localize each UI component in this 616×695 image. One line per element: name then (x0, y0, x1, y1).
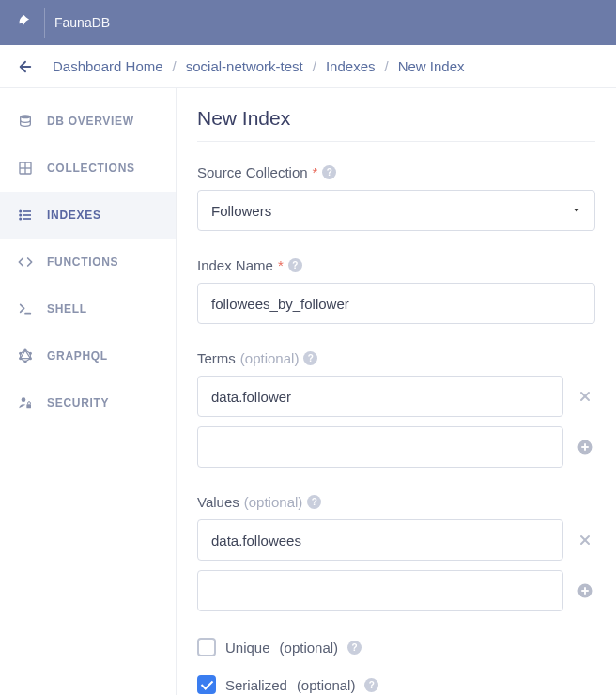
user-lock-icon (17, 394, 34, 411)
sidebar-item-db-overview[interactable]: DB OVERVIEW (0, 98, 176, 145)
breadcrumb: Dashboard Home / social-network-test / I… (53, 58, 465, 74)
page-title: New Index (197, 107, 595, 142)
remove-term-icon[interactable] (575, 386, 595, 407)
add-value-icon[interactable] (575, 580, 595, 601)
code-icon (17, 254, 34, 270)
grid-icon (17, 160, 34, 177)
svg-point-20 (20, 352, 22, 354)
required-marker: * (278, 257, 284, 273)
graphql-icon (17, 348, 34, 364)
main-content: New Index Source Collection* ? Followers… (177, 88, 616, 695)
svg-point-19 (20, 358, 22, 360)
sidebar-item-label: SECURITY (47, 396, 109, 409)
sidebar-item-label: DB OVERVIEW (47, 115, 134, 128)
sidebar-item-security[interactable]: SECURITY (0, 379, 176, 426)
database-icon (17, 113, 34, 130)
help-icon[interactable]: ? (303, 351, 317, 365)
svg-point-16 (29, 352, 31, 354)
term-input[interactable] (197, 426, 563, 468)
svg-point-0 (21, 115, 31, 118)
add-term-icon[interactable] (575, 437, 595, 457)
svg-point-17 (29, 358, 31, 360)
help-icon[interactable]: ? (307, 495, 321, 509)
breadcrumb-row: Dashboard Home / social-network-test / I… (0, 45, 616, 88)
list-icon (17, 207, 34, 224)
value-input[interactable] (197, 570, 563, 611)
serialized-label: Serialized (225, 677, 287, 693)
svg-rect-22 (26, 404, 31, 408)
serialized-row: Serialized (optional) ? (197, 675, 595, 694)
terminal-icon (17, 301, 34, 317)
serialized-checkbox[interactable] (197, 675, 216, 694)
svg-point-21 (22, 397, 26, 402)
unique-checkbox[interactable] (197, 638, 216, 656)
source-collection-select[interactable]: Followers (197, 190, 595, 231)
sidebar-item-label: SHELL (47, 302, 87, 316)
svg-point-15 (24, 349, 26, 351)
help-icon[interactable]: ? (347, 641, 362, 655)
index-name-input[interactable] (197, 283, 595, 324)
help-icon[interactable]: ? (288, 258, 302, 272)
sidebar-item-collections[interactable]: COLLECTIONS (0, 145, 176, 192)
remove-value-icon[interactable] (575, 530, 595, 550)
breadcrumb-link[interactable]: Indexes (326, 58, 376, 74)
logo-icon (15, 8, 45, 38)
term-input[interactable] (197, 376, 563, 417)
brand-name: FaunaDB (54, 15, 110, 30)
sidebar-item-indexes[interactable]: INDEXES (0, 192, 176, 239)
svg-point-18 (24, 361, 26, 363)
breadcrumb-sep: / (385, 58, 389, 74)
required-marker: * (313, 164, 318, 180)
terms-label: Terms (optional) ? (197, 350, 595, 366)
back-arrow-icon[interactable] (17, 58, 34, 75)
sidebar-item-label: INDEXES (47, 208, 101, 222)
topbar: FaunaDB (0, 0, 616, 45)
svg-point-7 (20, 210, 21, 211)
index-name-label: Index Name* ? (197, 257, 595, 273)
sidebar-item-label: GRAPHQL (47, 349, 108, 363)
breadcrumb-sep: / (313, 58, 316, 74)
breadcrumb-sep: / (173, 58, 177, 74)
sidebar-item-functions[interactable]: FUNCTIONS (0, 239, 176, 286)
help-icon[interactable]: ? (322, 165, 336, 179)
breadcrumb-current: New Index (398, 58, 465, 74)
breadcrumb-link[interactable]: social-network-test (186, 58, 303, 74)
svg-point-8 (20, 214, 21, 215)
unique-label: Unique (225, 640, 270, 656)
sidebar: DB OVERVIEW COLLECTIONS INDEXES FUNCTION… (0, 88, 177, 695)
sidebar-item-shell[interactable]: SHELL (0, 286, 176, 332)
unique-row: Unique (optional) ? (197, 638, 595, 656)
values-label: Values (optional) ? (197, 494, 595, 510)
source-collection-label: Source Collection* ? (197, 164, 595, 180)
svg-point-9 (20, 218, 21, 219)
value-input[interactable] (197, 519, 563, 561)
sidebar-item-label: FUNCTIONS (47, 255, 118, 269)
help-icon[interactable]: ? (364, 678, 378, 692)
breadcrumb-link[interactable]: Dashboard Home (53, 58, 163, 74)
sidebar-item-graphql[interactable]: GRAPHQL (0, 332, 176, 379)
sidebar-item-label: COLLECTIONS (47, 162, 135, 175)
